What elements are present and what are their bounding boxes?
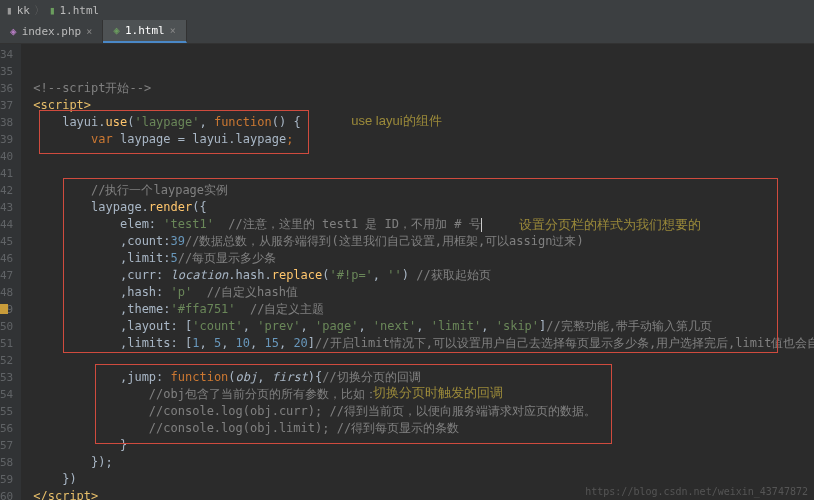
tab-index-php[interactable]: ◈ index.php × xyxy=(0,20,103,43)
folder-icon: ▮ xyxy=(6,4,13,17)
php-icon: ◈ xyxy=(10,25,17,38)
annotation-1: use layui的组件 xyxy=(351,112,441,129)
tab-label: index.php xyxy=(22,25,82,38)
file-name: 1.html xyxy=(60,4,100,17)
tab-label: 1.html xyxy=(125,24,165,37)
folder-name: kk xyxy=(17,4,30,17)
annotation-3: 切换分页时触发的回调 xyxy=(373,384,503,401)
editor-area[interactable]: 34353637 38394041 42434445 464748 49 505… xyxy=(0,44,814,500)
tab-1-html[interactable]: ◈ 1.html × xyxy=(103,20,186,43)
annotation-2: 设置分页栏的样式为我们想要的 xyxy=(519,216,701,233)
html-icon: ◈ xyxy=(113,24,120,37)
line-gutter: 34353637 38394041 42434445 464748 49 505… xyxy=(0,44,21,500)
breadcrumb-bar: ▮ kk 〉 ▮ 1.html xyxy=(0,0,814,20)
code-content[interactable]: <!--script开始--> <script> layui.use('layp… xyxy=(21,44,814,500)
close-icon[interactable]: × xyxy=(170,25,176,36)
close-icon[interactable]: × xyxy=(86,26,92,37)
tab-bar: ◈ index.php × ◈ 1.html × xyxy=(0,20,814,44)
file-icon: ▮ xyxy=(49,4,56,17)
watermark: https://blog.csdn.net/weixin_43747872 xyxy=(585,486,808,497)
